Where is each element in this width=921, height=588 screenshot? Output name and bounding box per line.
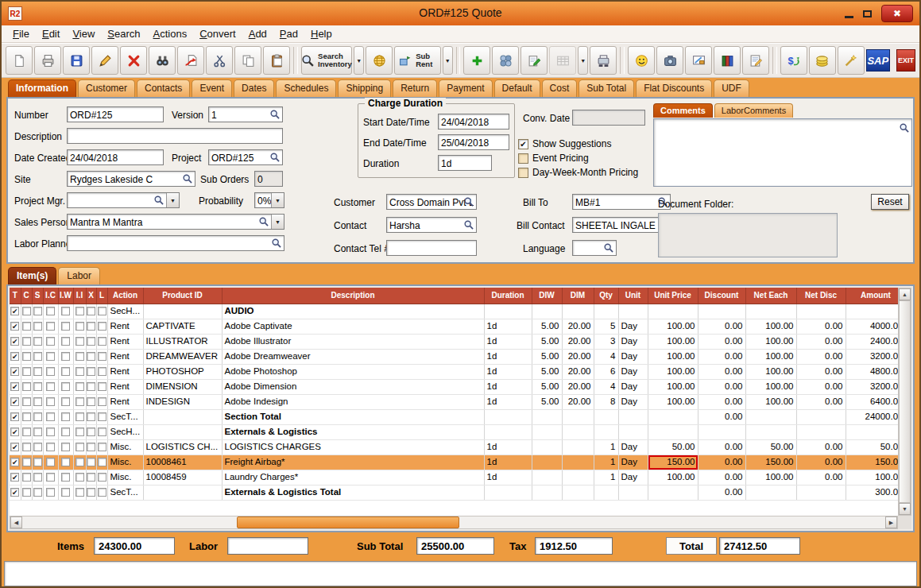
cell-product-id[interactable]: LOGISTICS CH... bbox=[143, 439, 222, 455]
column-header-qty[interactable]: Qty bbox=[594, 288, 618, 304]
vertical-scrollbar[interactable]: ▲ ▼ bbox=[898, 288, 911, 516]
row-check-cell[interactable] bbox=[21, 394, 32, 409]
magic-wand-button[interactable] bbox=[838, 46, 865, 75]
cell-diw[interactable]: 5.00 bbox=[532, 334, 562, 349]
tab-customer[interactable]: Customer bbox=[78, 79, 135, 97]
row-check-cell[interactable] bbox=[86, 364, 96, 379]
add-item-button[interactable] bbox=[463, 46, 490, 75]
row-check-cell[interactable] bbox=[73, 319, 86, 334]
cell-diw[interactable]: 5.00 bbox=[532, 394, 562, 409]
row-checkbox-icon[interactable]: ✔ bbox=[10, 307, 19, 315]
column-header-c[interactable]: C bbox=[21, 288, 32, 304]
row-check-cell[interactable] bbox=[86, 319, 96, 334]
row-checkbox-icon[interactable]: ✔ bbox=[10, 322, 19, 331]
cell-unit[interactable]: Day bbox=[618, 455, 648, 470]
scroll-down-button[interactable]: ▼ bbox=[899, 503, 911, 515]
grand-total-field[interactable] bbox=[719, 537, 800, 555]
cell-unit[interactable]: Day bbox=[618, 379, 648, 394]
row-check-cell[interactable] bbox=[86, 349, 96, 364]
cell-action[interactable]: SecT... bbox=[107, 409, 143, 424]
row-checkbox-icon[interactable] bbox=[75, 473, 84, 482]
delete-button[interactable] bbox=[120, 46, 147, 75]
cell-dim[interactable] bbox=[562, 439, 594, 455]
cell-description[interactable]: Adobe Illustrator bbox=[222, 334, 484, 349]
row-check-cell[interactable] bbox=[32, 364, 43, 379]
cell-description[interactable]: Adobe Dimension bbox=[222, 379, 484, 394]
cell-net-disc[interactable]: 0.00 bbox=[796, 394, 846, 409]
cell-dim[interactable]: 20.00 bbox=[562, 394, 594, 409]
cell-description[interactable]: Adobe Captivate bbox=[222, 319, 484, 334]
comments-tab-laborcomments[interactable]: LaborComments bbox=[714, 103, 793, 118]
cell-duration[interactable]: 1d bbox=[484, 394, 532, 409]
project-mgr-field[interactable]: ▼ bbox=[67, 192, 180, 208]
cell-diw[interactable]: 5.00 bbox=[532, 364, 562, 379]
row-checkbox-icon[interactable] bbox=[75, 352, 84, 361]
bill-contact-input[interactable] bbox=[573, 219, 670, 233]
row-checkbox-icon[interactable] bbox=[61, 473, 70, 482]
cell-action[interactable]: Rent bbox=[107, 394, 143, 409]
row-check-cell[interactable] bbox=[43, 319, 58, 334]
tab-sub-total[interactable]: Sub Total bbox=[579, 79, 634, 97]
cell-amount[interactable]: 24000.00 bbox=[846, 409, 898, 424]
row-checkbox-icon[interactable]: ✔ bbox=[10, 473, 19, 482]
menu-actions[interactable]: Actions bbox=[147, 26, 194, 41]
row-check-cell[interactable] bbox=[73, 394, 86, 409]
row-check-cell[interactable] bbox=[32, 304, 43, 319]
cell-unit-price[interactable]: 100.00 bbox=[648, 394, 698, 409]
currency-globe-button[interactable] bbox=[366, 46, 393, 75]
labor-planner-input[interactable] bbox=[68, 237, 284, 251]
cell-net-disc[interactable]: 0.00 bbox=[796, 439, 846, 455]
row-checkbox-icon[interactable] bbox=[61, 307, 70, 315]
row-checkbox-icon[interactable] bbox=[46, 443, 55, 451]
item-row[interactable]: ✔Misc.10008459Laundry Charges*1d1Day100.… bbox=[10, 470, 898, 485]
cell-qty[interactable]: 1 bbox=[594, 455, 618, 470]
cell-qty[interactable]: 4 bbox=[594, 379, 618, 394]
row-check-cell[interactable] bbox=[21, 409, 32, 424]
row-check-cell[interactable] bbox=[32, 334, 43, 349]
row-checkbox-icon[interactable] bbox=[46, 488, 55, 497]
row-check-cell[interactable]: ✔ bbox=[10, 319, 21, 334]
item-row[interactable]: ✔RentPHOTOSHOPAdobe Photoshop1d5.0020.00… bbox=[10, 364, 898, 379]
row-check-cell[interactable]: ✔ bbox=[10, 409, 21, 424]
row-check-cell[interactable] bbox=[96, 379, 107, 394]
row-checkbox-icon[interactable] bbox=[87, 337, 95, 346]
cell-qty[interactable]: 1 bbox=[594, 470, 618, 485]
description-input[interactable] bbox=[68, 130, 282, 144]
site-search-icon[interactable] bbox=[182, 173, 193, 184]
checkbox-icon[interactable] bbox=[518, 153, 528, 164]
row-checkbox-icon[interactable] bbox=[87, 367, 95, 376]
cell-unit-price[interactable]: 100.00 bbox=[648, 349, 698, 364]
row-checkbox-icon[interactable] bbox=[87, 443, 95, 451]
row-checkbox-icon[interactable] bbox=[46, 352, 55, 361]
row-check-cell[interactable]: ✔ bbox=[10, 379, 21, 394]
column-header-dim[interactable]: DIM bbox=[562, 288, 594, 304]
cell-dim[interactable]: 20.00 bbox=[562, 349, 594, 364]
item-row[interactable]: ✔SecT...Externals & Logistics Total0.003… bbox=[10, 485, 898, 500]
row-check-cell[interactable] bbox=[43, 439, 58, 455]
tab-udf[interactable]: UDF bbox=[714, 79, 749, 97]
row-checkbox-icon[interactable] bbox=[75, 397, 84, 406]
row-checkbox-icon[interactable] bbox=[87, 352, 95, 361]
row-checkbox-icon[interactable]: ✔ bbox=[10, 443, 19, 451]
sub-rent-button[interactable]: Sub Rent bbox=[394, 46, 440, 75]
row-check-cell[interactable] bbox=[21, 424, 32, 439]
cell-unit-price[interactable] bbox=[648, 424, 698, 439]
cell-unit-price[interactable]: 100.00 bbox=[648, 470, 698, 485]
row-checkbox-icon[interactable]: ✔ bbox=[10, 367, 19, 376]
copy-button[interactable] bbox=[234, 46, 261, 75]
cell-product-id[interactable]: ILLUSTRATOR bbox=[143, 334, 222, 349]
item-row[interactable]: ✔RentCAPTIVATEAdobe Captivate1d5.0020.00… bbox=[10, 319, 898, 334]
row-check-cell[interactable] bbox=[96, 409, 107, 424]
row-checkbox-icon[interactable] bbox=[98, 473, 106, 482]
row-checkbox-icon[interactable] bbox=[33, 337, 42, 346]
labor-total-field[interactable] bbox=[227, 537, 308, 555]
row-check-cell[interactable] bbox=[86, 485, 96, 500]
row-checkbox-icon[interactable] bbox=[98, 443, 106, 451]
column-header-unit[interactable]: Unit bbox=[618, 288, 648, 304]
row-checkbox-icon[interactable] bbox=[46, 412, 55, 421]
row-checkbox-icon[interactable]: ✔ bbox=[10, 458, 19, 466]
row-check-cell[interactable] bbox=[96, 455, 107, 470]
cell-description[interactable]: LOGISTICS CHARGES bbox=[222, 439, 484, 455]
checkbox-icon[interactable]: ✔ bbox=[518, 139, 528, 149]
cell-unit-price[interactable]: 100.00 bbox=[648, 379, 698, 394]
